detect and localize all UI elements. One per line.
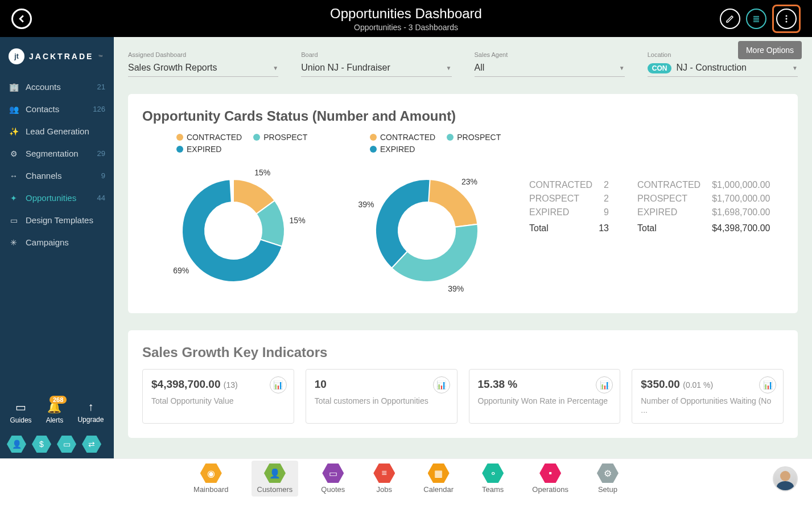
chevron-down-icon: ▼ [792, 65, 798, 71]
bottom-nav-quotes[interactable]: ▭Quotes [315, 461, 351, 497]
more-options-button[interactable] [776, 9, 797, 29]
legend-dot [370, 134, 377, 141]
bottom-nav-icon: ◉ [200, 464, 222, 483]
legend-label: EXPIRED [380, 145, 415, 154]
nav-label: Contacts [26, 104, 59, 114]
sidebar-item-channels[interactable]: ↔Channels9 [0, 165, 114, 187]
donut-percent-label: 15% [254, 168, 270, 177]
hex-button[interactable]: ⇄ [82, 436, 101, 453]
edit-button[interactable] [720, 9, 740, 29]
legend-amount: CONTRACTEDPROSPECTEXPIRED [336, 133, 518, 154]
sidebar-item-design-templates[interactable]: ▭Design Templates [0, 209, 114, 231]
bottom-nav-jobs[interactable]: ≡Jobs [368, 461, 401, 497]
stat-row: PROSPECT$1,700,000.00 [637, 192, 770, 206]
nav-icon: ✨ [9, 127, 19, 136]
bottom-nav-customers[interactable]: 👤Customers [252, 461, 299, 497]
sidebar-item-contacts[interactable]: 👥Contacts126 [0, 98, 114, 120]
bottom-nav-operations[interactable]: ▪Operations [526, 461, 574, 497]
nav-label: Channels [26, 171, 61, 181]
hex-button[interactable]: 👤 [7, 436, 26, 453]
chart-amount-col: CONTRACTEDPROSPECTEXPIRED 23%39%39% [336, 133, 518, 299]
stat-label: PROSPECT [529, 194, 579, 204]
legend-dot [447, 134, 454, 141]
filter-value: CONNJ - Construction▼ [648, 63, 798, 77]
stat-row: EXPIRED$1,698,700.00 [637, 206, 770, 219]
bottom-nav-teams[interactable]: ⚬Teams [476, 461, 509, 497]
legend-label: EXPIRED [187, 145, 221, 154]
nav-count: 126 [93, 105, 105, 113]
legend-dot [253, 134, 260, 141]
sidebar-item-opportunities[interactable]: ✦Opportunities44 [0, 187, 114, 209]
sidebar-nav: 🏢Accounts21👥Contacts126✨Lead Generation⚙… [0, 76, 114, 389]
top-bar: Opportunities Dashboard Opportunities - … [0, 0, 812, 37]
sidebar-bottom: ▭Guides268🔔Alerts↑Upgrade 👤$▭⇄ [0, 389, 114, 458]
list-button[interactable] [746, 9, 766, 29]
bottom-nav-calendar[interactable]: ▦Calendar [418, 461, 459, 497]
filter-board[interactable]: BoardUnion NJ - Fundraiser▼ [301, 51, 451, 77]
filter-sales-agent[interactable]: Sales AgentAll▼ [475, 51, 625, 77]
stat-row: EXPIRED9 [529, 206, 609, 219]
chevron-down-icon: ▼ [446, 65, 452, 71]
back-button[interactable] [11, 9, 32, 29]
stat-label: CONTRACTED [529, 180, 592, 190]
sidebar-hex-row: 👤$▭⇄ [0, 430, 114, 458]
sidebar-item-accounts[interactable]: 🏢Accounts21 [0, 76, 114, 98]
kpi-value: 10 [315, 378, 448, 391]
card-title: Opportunity Cards Status (Number and Amo… [142, 108, 784, 124]
filter-label: Board [301, 51, 451, 58]
stats-amount: CONTRACTED$1,000,000.00PROSPECT$1,700,00… [637, 178, 770, 299]
nav-label: Segmentation [26, 149, 79, 158]
donut-amount: 23%39%39% [358, 162, 495, 299]
sidebar-item-lead-generation[interactable]: ✨Lead Generation [0, 120, 114, 142]
stat-total-value: 13 [599, 223, 609, 233]
back-icon [18, 15, 26, 23]
kpi-card[interactable]: 📊$350.00 (0.01 %)Number of Opportunities… [632, 369, 784, 424]
legend-dot [176, 134, 183, 141]
filter-label: Sales Agent [475, 51, 625, 58]
bottom-nav-setup[interactable]: ⚙Setup [591, 461, 624, 497]
filter-assigned-dashboard[interactable]: Assigned DashboardSales Growth Reports▼ [128, 51, 278, 77]
donut-number: 15%15%69% [165, 162, 302, 299]
tool-icon: ↑ [77, 400, 104, 413]
hex-button[interactable]: ▭ [57, 436, 76, 453]
sidebar-item-segmentation[interactable]: ⚙Segmentation29 [0, 142, 114, 165]
donut-percent-label: 39% [358, 200, 374, 209]
list-icon [752, 14, 761, 23]
stat-row: CONTRACTED2 [529, 178, 609, 192]
sidebar-item-campaigns[interactable]: ✳Campaigns [0, 231, 114, 253]
hex-button[interactable]: $ [32, 436, 51, 453]
chevron-down-icon: ▼ [273, 65, 278, 71]
kpi-card[interactable]: 📊10 Total customers in Opportunities [306, 369, 457, 424]
logo-mark: jt [9, 48, 24, 64]
opportunity-status-card: Opportunity Cards Status (Number and Amo… [128, 94, 798, 313]
nav-icon: 🏢 [9, 83, 19, 92]
legend-dot [176, 146, 183, 153]
card2-title: Sales Growth Key Indicators [142, 344, 784, 360]
nav-icon: ✳ [9, 238, 19, 247]
nav-icon: 👥 [9, 105, 19, 114]
tool-upgrade[interactable]: ↑Upgrade [77, 400, 104, 424]
logo[interactable]: jt JACKTRADE ™ [0, 37, 114, 76]
location-badge: CON [648, 63, 672, 73]
user-avatar[interactable] [773, 466, 798, 491]
legend-item: CONTRACTED [370, 133, 435, 142]
svg-point-1 [786, 18, 788, 19]
stat-total-row: Total13 [529, 222, 609, 235]
tool-guides[interactable]: ▭Guides [10, 400, 32, 424]
kpi-value: $350.00 (0.01 %) [641, 378, 774, 391]
nav-icon: ⚙ [9, 149, 19, 158]
filter-label: Assigned Dashboard [128, 51, 278, 58]
header-actions [720, 5, 801, 33]
chart-number-col: CONTRACTEDPROSPECTEXPIRED 15%15%69% [142, 133, 324, 299]
page-subtitle: Opportunities - 3 Dashboards [330, 23, 482, 32]
kpi-card[interactable]: 📊15.38 % Opportunity Won Rate in Percent… [469, 369, 621, 424]
stat-value: $1,000,000.00 [712, 180, 770, 190]
stat-label: PROSPECT [637, 194, 687, 204]
more-options-highlight [772, 5, 801, 33]
bottom-nav-label: Setup [597, 485, 619, 494]
sidebar-tools: ▭Guides268🔔Alerts↑Upgrade [0, 395, 114, 430]
tool-alerts[interactable]: 268🔔Alerts [46, 400, 64, 424]
kpi-card[interactable]: 📊$4,398,700.00 (13)Total Opportunity Val… [142, 369, 294, 424]
bottom-nav-mainboard[interactable]: ◉Mainboard [188, 461, 234, 497]
bottom-nav-icon: ▪ [539, 464, 561, 483]
